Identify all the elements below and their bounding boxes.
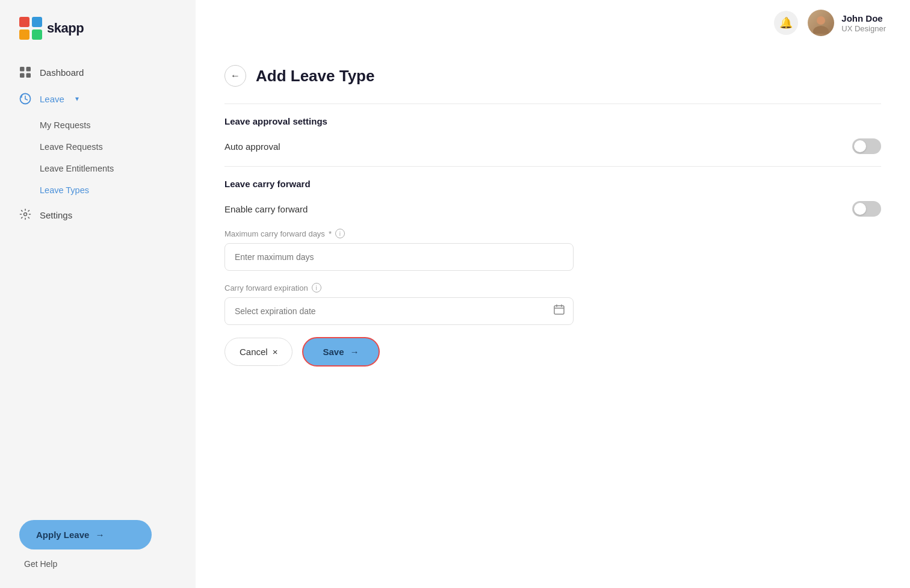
apply-leave-label: Apply Leave <box>36 530 89 540</box>
svg-point-9 <box>24 213 27 216</box>
auto-approval-row: Auto approval <box>224 138 881 154</box>
main-content: 🔔 John Doe UX Designer ← <box>196 0 910 588</box>
carry-forward-expiration-field: Carry forward expiration i <box>224 283 881 325</box>
svg-point-11 <box>813 26 829 34</box>
leave-approval-section: Leave approval settings Auto approval <box>224 116 881 154</box>
settings-icon <box>19 208 31 222</box>
sidebar-nav: Dashboard Leave ▾ My Requests Leave Requ… <box>0 54 196 506</box>
cancel-button[interactable]: Cancel × <box>224 338 292 366</box>
logo-icon <box>19 17 42 40</box>
apply-leave-button[interactable]: Apply Leave → <box>19 520 152 549</box>
leave-subitems: My Requests Leave Requests Leave Entitle… <box>0 114 196 201</box>
save-button[interactable]: Save → <box>302 337 379 367</box>
max-carry-forward-label: Maximum carry forward days * i <box>224 229 881 238</box>
apply-leave-arrow-icon: → <box>95 530 104 540</box>
sidebar-item-leave-requests[interactable]: Leave Requests <box>0 136 196 158</box>
svg-rect-6 <box>20 73 25 78</box>
save-label: Save <box>323 347 344 357</box>
required-mark: * <box>329 229 332 238</box>
max-carry-forward-input[interactable] <box>224 243 574 271</box>
notification-button[interactable]: 🔔 <box>774 11 798 35</box>
enable-carry-forward-row: Enable carry forward <box>224 201 881 217</box>
get-help-link[interactable]: Get Help <box>24 559 57 569</box>
expiration-date-input[interactable] <box>224 297 574 325</box>
svg-rect-0 <box>19 17 29 27</box>
max-days-info-icon[interactable]: i <box>335 229 345 238</box>
cancel-label: Cancel <box>240 347 268 357</box>
leave-chevron-icon: ▾ <box>75 94 79 103</box>
leave-icon <box>19 93 31 105</box>
page-header: ← Add Leave Type <box>224 65 881 87</box>
action-buttons: Cancel × Save → <box>224 337 881 367</box>
cancel-icon: × <box>273 347 278 357</box>
sidebar-item-dashboard[interactable]: Dashboard <box>0 59 196 85</box>
header: 🔔 John Doe UX Designer <box>196 0 910 46</box>
leave-approval-title: Leave approval settings <box>224 116 881 126</box>
svg-rect-5 <box>26 67 31 72</box>
sidebar: skapp Dashboard <box>0 0 196 588</box>
expiration-date-wrap <box>224 297 574 325</box>
divider-1 <box>224 104 881 104</box>
sidebar-item-leave-types[interactable]: Leave Types <box>0 179 196 201</box>
avatar-image <box>808 10 834 36</box>
logo-text: skapp <box>47 20 84 36</box>
user-name: John Doe <box>841 13 886 24</box>
enable-carry-forward-toggle[interactable] <box>852 201 881 217</box>
svg-rect-4 <box>20 67 25 72</box>
svg-rect-3 <box>32 29 42 40</box>
sidebar-item-leave[interactable]: Leave ▾ <box>0 85 196 112</box>
svg-rect-1 <box>32 17 42 27</box>
auto-approval-label: Auto approval <box>224 141 280 152</box>
svg-point-10 <box>817 16 825 25</box>
save-arrow-icon: → <box>350 347 359 357</box>
sidebar-item-dashboard-label: Dashboard <box>40 67 84 78</box>
sidebar-item-leave-entitlements[interactable]: Leave Entitlements <box>0 158 196 179</box>
sidebar-item-leave-label: Leave <box>40 94 64 104</box>
back-arrow-icon: ← <box>231 70 240 81</box>
carry-forward-expiration-label: Carry forward expiration i <box>224 283 881 292</box>
user-role: UX Designer <box>841 24 886 33</box>
enable-carry-forward-label: Enable carry forward <box>224 204 308 214</box>
leave-carry-forward-title: Leave carry forward <box>224 179 881 189</box>
avatar <box>808 10 834 36</box>
dashboard-icon <box>19 66 31 78</box>
expiration-info-icon[interactable]: i <box>312 283 321 292</box>
svg-rect-7 <box>26 73 31 78</box>
bell-icon: 🔔 <box>779 16 793 29</box>
page-content: ← Add Leave Type Leave approval settings… <box>196 46 910 588</box>
user-info: John Doe UX Designer <box>841 13 886 33</box>
leave-carry-forward-section: Leave carry forward Enable carry forward… <box>224 179 881 367</box>
svg-rect-2 <box>19 29 29 40</box>
sidebar-item-my-requests[interactable]: My Requests <box>0 114 196 136</box>
max-carry-forward-field: Maximum carry forward days * i <box>224 229 881 283</box>
page-title: Add Leave Type <box>256 67 374 85</box>
sidebar-item-settings-label: Settings <box>40 210 72 220</box>
divider-2 <box>224 166 881 167</box>
auto-approval-toggle[interactable] <box>852 138 881 154</box>
logo-area: skapp <box>0 0 196 54</box>
sidebar-item-settings[interactable]: Settings <box>0 201 196 229</box>
sidebar-bottom: Apply Leave → Get Help <box>0 506 196 588</box>
back-button[interactable]: ← <box>224 65 246 87</box>
user-profile[interactable]: John Doe UX Designer <box>808 10 886 36</box>
